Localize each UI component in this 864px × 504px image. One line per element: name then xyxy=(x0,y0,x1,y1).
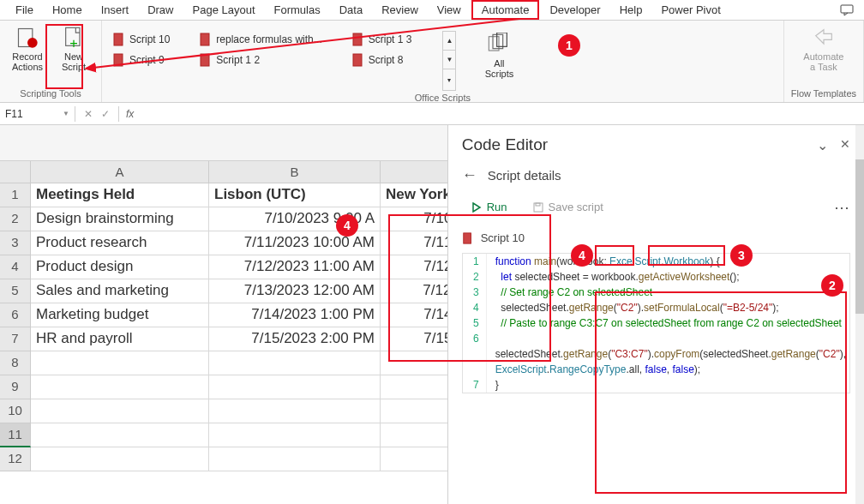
cell[interactable] xyxy=(381,375,448,399)
menu-insert[interactable]: Insert xyxy=(93,2,138,18)
col-header[interactable]: A xyxy=(31,161,209,183)
cell[interactable]: Product design xyxy=(31,255,209,279)
cell[interactable]: 7/14/2023 8:00 AM xyxy=(381,303,448,327)
group-label-scripting: Scripting Tools xyxy=(20,87,81,100)
cell[interactable]: Design brainstorming xyxy=(31,207,209,231)
menu-draw[interactable]: Draw xyxy=(139,2,182,18)
row-header[interactable]: 7 xyxy=(0,327,31,351)
menu-review[interactable]: Review xyxy=(373,2,427,18)
all-scripts-button[interactable]: All Scripts xyxy=(478,31,519,81)
row-header[interactable]: 8 xyxy=(0,351,31,375)
record-actions-button[interactable]: Record Actions xyxy=(7,24,48,74)
menu-formulas[interactable]: Formulas xyxy=(266,2,329,18)
row-header[interactable]: 11 xyxy=(0,423,31,447)
back-arrow-icon[interactable]: ← xyxy=(462,166,477,184)
script-item[interactable]: Script 8 xyxy=(348,51,416,69)
group-label-office-scripts: Office Scripts xyxy=(415,91,471,105)
cell[interactable] xyxy=(209,351,381,375)
script-item[interactable]: Script 1 2 xyxy=(195,51,325,69)
cell[interactable] xyxy=(381,399,448,423)
run-button[interactable]: Run xyxy=(462,196,517,218)
cell[interactable] xyxy=(31,423,209,447)
row-header[interactable]: 2 xyxy=(0,207,31,231)
scrollbar-track[interactable] xyxy=(855,125,864,504)
svg-rect-9 xyxy=(353,33,362,45)
cell[interactable] xyxy=(381,423,448,447)
script-label: Script 1 2 xyxy=(216,54,260,66)
row-header[interactable]: 3 xyxy=(0,231,31,255)
expand-gallery-icon[interactable]: ▾ xyxy=(443,69,455,90)
select-all-corner[interactable] xyxy=(0,161,31,183)
close-icon[interactable]: ✕ xyxy=(840,137,850,153)
menu-developer[interactable]: Developer xyxy=(541,2,609,18)
cell[interactable]: Lisbon (UTC) xyxy=(209,183,381,207)
cell[interactable]: 7/15/2023 9:00 AM xyxy=(381,327,448,351)
script-item[interactable]: Script 1 3 xyxy=(348,31,416,48)
cell[interactable]: 7/10/2023 4:00 AM xyxy=(381,207,448,231)
cell[interactable]: 7/12/2023 11:00 AM xyxy=(209,255,381,279)
cell[interactable]: Product research xyxy=(31,231,209,255)
chevron-down-icon[interactable]: ▼ xyxy=(63,110,69,117)
ribbon-group-flow-templates: Automate a Task Flow Templates xyxy=(784,21,864,102)
script-name[interactable]: Script 10 xyxy=(481,231,525,244)
confirm-icon[interactable]: ✓ xyxy=(101,108,110,120)
col-header[interactable]: B xyxy=(209,161,381,183)
name-box[interactable]: F11 ▼ xyxy=(0,106,75,122)
row-header[interactable]: 10 xyxy=(0,399,31,423)
more-options-icon[interactable]: ⋯ xyxy=(834,198,850,217)
cell[interactable]: 7/11/2023 5:00 AM xyxy=(381,231,448,255)
cell[interactable]: 7/12/2023 7:00 PM xyxy=(381,279,448,303)
cancel-icon[interactable]: ✕ xyxy=(84,108,93,120)
cell[interactable]: New York (EST) xyxy=(381,183,448,207)
cell[interactable]: HR and payroll xyxy=(31,327,209,351)
cell[interactable] xyxy=(209,375,381,399)
scroll-up-icon[interactable]: ▲ xyxy=(443,32,455,51)
menu-view[interactable]: View xyxy=(429,2,470,18)
menu-help[interactable]: Help xyxy=(611,2,651,18)
comments-icon[interactable] xyxy=(837,2,857,19)
new-script-button[interactable]: + New Script xyxy=(53,24,94,74)
chevron-down-icon[interactable]: ⌄ xyxy=(817,137,828,153)
menu-power-pivot[interactable]: Power Pivot xyxy=(652,2,729,18)
row-header[interactable]: 1 xyxy=(0,183,31,207)
cell[interactable]: Meetings Held xyxy=(31,183,209,207)
menu-home[interactable]: Home xyxy=(44,2,91,18)
code-editor[interactable]: 1function main(workbook: ExcelScript.Wor… xyxy=(462,253,850,393)
row-header[interactable]: 6 xyxy=(0,303,31,327)
script-label: Script 10 xyxy=(129,33,170,45)
menu-data[interactable]: Data xyxy=(331,2,371,18)
cell[interactable] xyxy=(31,375,209,399)
cell[interactable]: 7/12/2023 6:00 AM xyxy=(381,255,448,279)
cell[interactable] xyxy=(31,399,209,423)
cell[interactable]: 7/11/2023 10:00 AM xyxy=(209,231,381,255)
script-label: replace formulas with... xyxy=(216,33,321,45)
cell[interactable] xyxy=(31,447,209,471)
menu-page-layout[interactable]: Page Layout xyxy=(184,2,264,18)
cell[interactable] xyxy=(381,447,448,471)
save-script-button[interactable]: Save script xyxy=(524,196,613,218)
cell[interactable] xyxy=(209,399,381,423)
menu-file[interactable]: File xyxy=(7,2,42,18)
menu-automate[interactable]: Automate xyxy=(471,0,540,20)
cell[interactable] xyxy=(381,351,448,375)
cell[interactable] xyxy=(209,423,381,447)
row-header[interactable]: 12 xyxy=(0,447,31,471)
cell[interactable]: 7/14/2023 1:00 PM xyxy=(209,303,381,327)
cell[interactable] xyxy=(209,447,381,471)
scroll-down-icon[interactable]: ▼ xyxy=(443,51,455,69)
cell[interactable]: 7/15/2023 2:00 PM xyxy=(209,327,381,351)
script-item[interactable]: Script 9 xyxy=(109,51,173,69)
script-item[interactable]: Script 10 xyxy=(109,31,173,48)
scrollbar-thumb[interactable] xyxy=(855,159,864,314)
script-item[interactable]: replace formulas with... xyxy=(195,31,325,48)
cell[interactable]: Marketing budget xyxy=(31,303,209,327)
row-header[interactable]: 9 xyxy=(0,375,31,399)
formula-input[interactable] xyxy=(141,112,864,116)
col-header[interactable]: C xyxy=(381,161,448,183)
cell[interactable]: 7/13/2023 12:00 AM xyxy=(209,279,381,303)
cell[interactable]: Sales and marketing xyxy=(31,279,209,303)
row-header[interactable]: 4 xyxy=(0,255,31,279)
row-header[interactable]: 5 xyxy=(0,279,31,303)
spreadsheet-grid[interactable]: A B C 1Meetings HeldLisbon (UTC)New York… xyxy=(0,161,447,471)
cell[interactable] xyxy=(31,351,209,375)
